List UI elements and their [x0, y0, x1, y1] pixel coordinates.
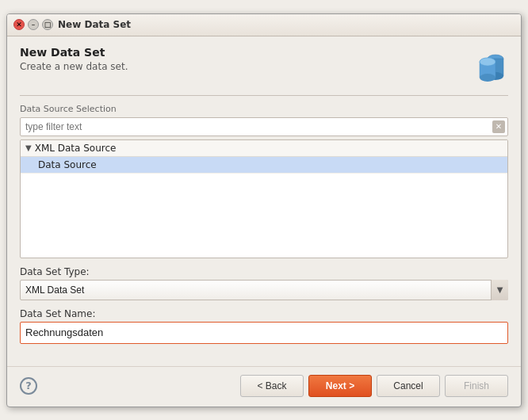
dataset-name-label: Data Set Name: — [20, 308, 508, 319]
help-button[interactable]: ? — [20, 377, 37, 395]
header-text: New Data Set Create a new data set. — [20, 46, 128, 72]
bottom-bar: ? < Back Next > Cancel Finish — [7, 366, 521, 407]
titlebar: ✕ – □ New Data Set — [7, 14, 521, 36]
close-button[interactable]: ✕ — [13, 19, 25, 30]
window-title: New Data Set — [58, 19, 515, 30]
main-content: New Data Set Create a new data set. — [7, 36, 521, 353]
header-icon — [470, 46, 508, 84]
separator — [20, 95, 508, 96]
page-subtext: Create a new data set. — [20, 61, 128, 72]
tree-item-label: Data Source — [38, 159, 97, 170]
filter-clear-button[interactable]: ✕ — [492, 120, 505, 133]
new-dataset-window: ✕ – □ New Data Set New Data Set Create a… — [6, 13, 522, 407]
filter-input[interactable] — [20, 117, 508, 136]
dataset-type-dropdown-container: XML Data Set ▼ — [20, 280, 508, 300]
tree-item-datasource[interactable]: Data Source — [21, 157, 507, 174]
data-source-section: Data Source Selection ✕ ▼ XML Data Sourc… — [20, 104, 508, 258]
back-button[interactable]: < Back — [240, 375, 304, 397]
dataset-name-field: Data Set Name: — [20, 308, 508, 344]
finish-button[interactable]: Finish — [445, 375, 508, 397]
database-icon — [470, 46, 508, 84]
maximize-button[interactable]: □ — [42, 19, 53, 30]
window-controls: ✕ – □ — [13, 19, 53, 30]
svg-point-5 — [480, 74, 495, 82]
help-icon-label: ? — [25, 380, 32, 391]
header-section: New Data Set Create a new data set. — [20, 46, 508, 84]
tree-group-label: XML Data Source — [35, 143, 117, 154]
svg-point-6 — [480, 58, 495, 66]
dataset-type-select[interactable]: XML Data Set — [20, 280, 508, 300]
filter-box: ✕ — [20, 117, 508, 136]
dataset-type-field: Data Set Type: XML Data Set ▼ — [20, 266, 508, 300]
minimize-button[interactable]: – — [28, 19, 39, 30]
data-source-label: Data Source Selection — [20, 104, 508, 114]
tree-arrow-icon: ▼ — [25, 143, 32, 152]
tree-group-xml[interactable]: ▼ XML Data Source — [21, 140, 507, 157]
page-heading: New Data Set — [20, 46, 128, 59]
data-source-tree[interactable]: ▼ XML Data Source Data Source — [20, 139, 508, 258]
dataset-type-label: Data Set Type: — [20, 266, 508, 277]
cancel-button[interactable]: Cancel — [377, 375, 440, 397]
dataset-name-input[interactable] — [20, 322, 508, 344]
button-group: < Back Next > Cancel Finish — [240, 375, 508, 397]
next-button[interactable]: Next > — [308, 375, 372, 397]
